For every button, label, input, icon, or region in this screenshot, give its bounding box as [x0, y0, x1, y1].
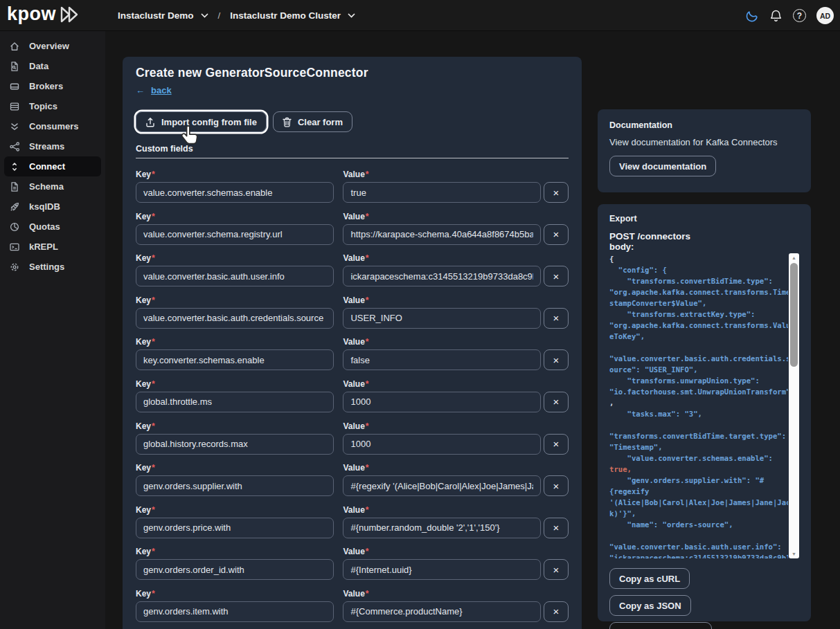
remove-row-button[interactable]: × [544, 266, 569, 286]
value-input[interactable] [343, 349, 541, 370]
copy-json-button[interactable]: Copy as JSON [609, 595, 691, 616]
sidebar-item-quotas[interactable]: Quotas [4, 217, 101, 237]
notifications-bell-icon[interactable] [769, 9, 783, 23]
export-endpoint: POST /connectors [609, 231, 799, 241]
key-label: Key* [136, 170, 334, 179]
key-input[interactable] [136, 434, 334, 455]
close-icon: × [553, 522, 560, 534]
close-icon: × [553, 605, 560, 617]
key-input[interactable] [136, 475, 334, 496]
value-input[interactable] [343, 434, 541, 455]
api-documentation-button[interactable]: API Documentation [609, 622, 712, 629]
value-input[interactable] [343, 266, 541, 286]
value-input[interactable] [343, 182, 541, 203]
file-search-icon [9, 61, 20, 72]
remove-row-button[interactable]: × [544, 518, 569, 538]
key-input[interactable] [136, 224, 334, 245]
sidebar-item-overview[interactable]: Overview [4, 36, 101, 56]
custom-field-row: Key* Value* × [136, 170, 569, 203]
sidebar-item-data[interactable]: Data [4, 56, 101, 76]
value-input[interactable] [343, 392, 541, 412]
gear-icon [9, 262, 20, 273]
copy-curl-button[interactable]: Copy as cURL [609, 568, 690, 589]
export-panel: Export POST /connectors body: { "config"… [598, 204, 811, 621]
sort-arrows-icon [9, 161, 20, 172]
key-label: Key* [136, 463, 334, 473]
view-documentation-button[interactable]: View documentation [609, 156, 716, 176]
remove-row-button[interactable]: × [544, 182, 569, 203]
import-config-button[interactable]: Import config from file [136, 111, 267, 132]
key-label: Key* [136, 212, 334, 221]
value-label: Value* [343, 212, 541, 221]
page-title: Create new GeneratorSourceConnector [136, 66, 569, 80]
value-input[interactable] [343, 224, 541, 245]
close-icon: × [553, 438, 560, 450]
close-icon: × [553, 396, 560, 408]
kpow-logo[interactable]: kpow [7, 3, 84, 25]
key-label: Key* [136, 337, 334, 347]
key-label: Key* [136, 253, 334, 263]
value-label: Value* [343, 337, 541, 347]
back-link[interactable]: back [151, 85, 172, 95]
custom-field-row: Key* Value* × [136, 295, 569, 329]
remove-row-button[interactable]: × [544, 475, 569, 496]
sidebar-item-krepl[interactable]: kREPL [4, 237, 101, 257]
value-input[interactable] [343, 559, 541, 580]
value-input[interactable] [343, 475, 541, 496]
environment-selector[interactable]: Instaclustr Demo [118, 10, 208, 21]
value-input[interactable] [343, 308, 541, 329]
scroll-up-icon[interactable]: ▲ [789, 255, 799, 260]
export-title: Export [609, 214, 799, 224]
export-scrollbar[interactable]: ▲ ▼ [789, 253, 799, 558]
scroll-down-icon[interactable]: ▼ [789, 551, 799, 556]
remove-row-button[interactable]: × [544, 392, 569, 412]
key-input[interactable] [136, 266, 334, 286]
key-input[interactable] [136, 518, 334, 538]
remove-row-button[interactable]: × [544, 434, 569, 455]
close-icon: × [553, 187, 560, 199]
chevron-down-icon [348, 13, 355, 18]
key-input[interactable] [136, 349, 334, 370]
key-input[interactable] [136, 392, 334, 412]
value-label: Value* [343, 589, 541, 599]
remove-row-button[interactable]: × [544, 559, 569, 580]
sidebar: Overview Data Brokers Topics Consumers S… [0, 31, 105, 629]
remove-row-button[interactable]: × [544, 224, 569, 245]
close-icon: × [553, 480, 560, 492]
value-label: Value* [343, 547, 541, 556]
clear-form-button[interactable]: Clear form [273, 111, 352, 132]
scrollbar-thumb[interactable] [790, 263, 798, 367]
key-input[interactable] [136, 559, 334, 580]
key-input[interactable] [136, 182, 334, 203]
sidebar-item-topics[interactable]: Topics [4, 96, 101, 116]
dark-mode-toggle[interactable] [744, 8, 759, 23]
sidebar-item-streams[interactable]: Streams [4, 136, 101, 156]
close-icon: × [553, 312, 560, 324]
key-label: Key* [136, 547, 334, 556]
key-input[interactable] [136, 601, 334, 622]
logo-chevrons-icon [57, 5, 84, 24]
sidebar-item-connect[interactable]: Connect [4, 156, 101, 176]
sidebar-item-schema[interactable]: Schema [4, 176, 101, 197]
help-icon[interactable]: ? [793, 9, 806, 22]
remove-row-button[interactable]: × [544, 601, 569, 622]
value-label: Value* [343, 170, 541, 179]
close-icon: × [553, 228, 560, 240]
remove-row-button[interactable]: × [544, 349, 569, 370]
sidebar-item-brokers[interactable]: Brokers [4, 76, 101, 96]
value-label: Value* [343, 379, 541, 389]
sidebar-item-consumers[interactable]: Consumers [4, 116, 101, 136]
value-input[interactable] [343, 601, 541, 622]
documentation-text: View documentation for Kafka Connectors [609, 137, 799, 147]
close-icon: × [553, 564, 560, 576]
custom-field-row: Key* Value* × [136, 505, 569, 538]
sidebar-item-settings[interactable]: Settings [4, 257, 101, 277]
value-input[interactable] [343, 518, 541, 538]
sidebar-item-ksqldb[interactable]: ksqlDB [4, 197, 101, 217]
value-label: Value* [343, 295, 541, 305]
cluster-selector[interactable]: Instaclustr Demo Cluster [230, 10, 355, 21]
key-input[interactable] [136, 308, 334, 329]
avatar[interactable]: AD [816, 7, 834, 24]
key-label: Key* [136, 421, 334, 431]
remove-row-button[interactable]: × [544, 308, 569, 329]
